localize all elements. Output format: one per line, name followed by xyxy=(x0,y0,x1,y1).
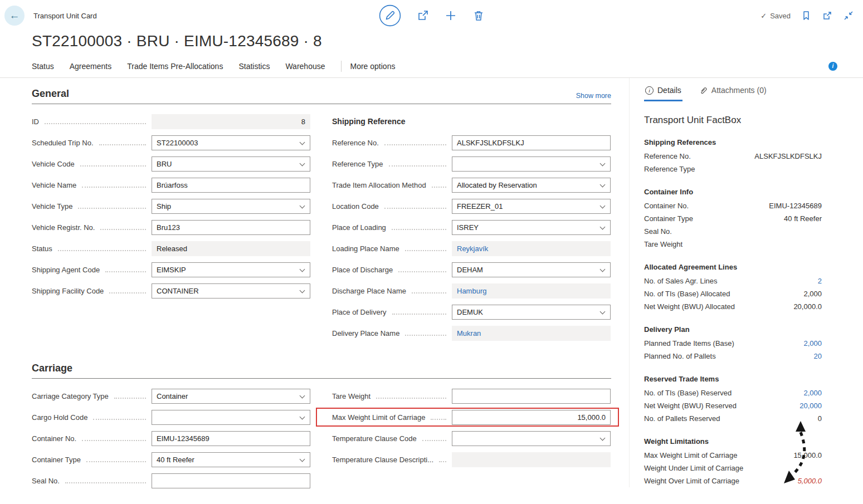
row-label: Planned No. of Pallets xyxy=(644,350,721,363)
vehicle-type-input[interactable] xyxy=(152,199,310,214)
delete-button[interactable] xyxy=(472,9,485,22)
tab-details-label: Details xyxy=(657,86,681,95)
row-value-link[interactable]: 2 xyxy=(818,275,822,287)
paperclip-icon xyxy=(699,86,708,95)
dotted-leader xyxy=(376,394,446,399)
field-label: Carriage Category Type xyxy=(32,392,109,400)
field-status: Status xyxy=(32,238,310,259)
vehicle-registr-no-input[interactable] xyxy=(152,220,310,235)
field-vehicle-name: Vehicle Name xyxy=(32,174,310,195)
vehicle-name-input[interactable] xyxy=(152,178,310,193)
field-place-of-delivery: Place of Delivery xyxy=(332,301,611,322)
back-button[interactable]: ← xyxy=(4,6,25,26)
dotted-leader xyxy=(405,331,446,336)
row-value-link[interactable]: 2,000 xyxy=(803,337,822,350)
row-label: Tare Weight xyxy=(644,238,688,251)
carriage-category-type-input[interactable] xyxy=(152,389,310,404)
dotted-leader xyxy=(398,267,446,272)
menu-item-statistics[interactable]: Statistics xyxy=(238,62,270,71)
vehicle-code-input[interactable] xyxy=(152,156,310,172)
dotted-leader xyxy=(109,288,146,293)
field-label: Temperature Clause Code xyxy=(332,434,417,443)
shipping-facility-code-input[interactable] xyxy=(152,283,310,299)
dotted-leader xyxy=(432,183,446,188)
factbox-group-container-info: Container Info Container No. EIMU-123456… xyxy=(644,186,822,251)
group-header: Delivery Plan xyxy=(644,324,822,335)
scheduled-trip-no-input[interactable] xyxy=(152,135,310,150)
field-label: Discharge Place Name xyxy=(332,287,406,295)
factbox-group-reserved-trade-items: Reserved Trade Items No. of TIs (Base) R… xyxy=(644,373,822,425)
tab-attachments[interactable]: Attachments (0) xyxy=(698,84,768,101)
field-label: Reference No. xyxy=(332,139,379,147)
collapse-button[interactable] xyxy=(843,10,854,21)
container-no-input[interactable] xyxy=(152,431,310,446)
factbox-row: Net Weight (BWU) Allocated 20,000.0 xyxy=(644,300,822,313)
place-of-loading-input[interactable] xyxy=(452,220,611,235)
menu-item-agreements[interactable]: Agreements xyxy=(70,62,111,71)
row-value: 40 ft Reefer xyxy=(784,212,822,225)
factbox-row: No. of Pallets Reserved 0 xyxy=(644,412,822,425)
seal-no-input[interactable] xyxy=(152,473,310,488)
container-type-input[interactable] xyxy=(152,452,310,467)
row-label: Weight Under Limit of Carriage xyxy=(644,462,749,474)
open-in-new-window-button[interactable] xyxy=(822,10,833,21)
field-reference-no: Reference No. xyxy=(332,132,611,153)
field-label: Vehicle Code xyxy=(32,160,75,168)
row-value-link[interactable]: 20 xyxy=(814,350,822,363)
row-value-error: 5,000.0 xyxy=(798,474,822,487)
share-button[interactable] xyxy=(417,9,429,22)
field-label: Location Code xyxy=(332,202,379,211)
field-delivery-place-name: Delivery Place Name xyxy=(332,322,611,344)
factbox-row: Container No. EIMU-12345689 xyxy=(644,199,822,212)
dotted-leader xyxy=(82,183,146,188)
row-value: 15,000.0 xyxy=(793,449,822,462)
reference-no-input[interactable] xyxy=(452,135,611,150)
field-label: Place of Delivery xyxy=(332,308,387,316)
field-location-code: Location Code xyxy=(332,195,611,217)
field-place-of-loading: Place of Loading xyxy=(332,217,611,238)
max-weight-limit-of-carriage-input[interactable] xyxy=(452,410,611,425)
field-label: Max Weight Limit of Carriage xyxy=(332,413,425,422)
trash-icon xyxy=(472,9,485,22)
carriage-section-title: Carriage xyxy=(32,363,72,374)
shipping-agent-code-input[interactable] xyxy=(152,262,310,277)
bookmark-button[interactable] xyxy=(801,10,812,21)
dotted-leader xyxy=(389,162,446,167)
info-icon[interactable]: i xyxy=(828,62,837,71)
trade-item-allocation-method-input[interactable] xyxy=(452,178,611,193)
field-max-weight-limit-of-carriage: Max Weight Limit of Carriage xyxy=(332,407,611,428)
new-button[interactable] xyxy=(445,9,457,22)
page-title: ST22100003 · BRU · EIMU-12345689 · 8 xyxy=(32,32,863,50)
more-options-button[interactable]: More options xyxy=(350,62,396,71)
show-more-link[interactable]: Show more xyxy=(576,92,611,100)
field-container-no: Container No. xyxy=(32,428,310,449)
edit-button[interactable] xyxy=(379,4,401,27)
place-of-delivery-input[interactable] xyxy=(452,305,611,320)
location-code-input[interactable] xyxy=(452,199,611,214)
dotted-leader xyxy=(93,415,146,420)
field-place-of-discharge: Place of Discharge xyxy=(332,259,611,280)
details-info-icon: i xyxy=(645,86,654,95)
row-value: 20,000.0 xyxy=(793,300,822,313)
menu-item-status[interactable]: Status xyxy=(32,62,54,71)
general-section-title: General xyxy=(32,88,69,100)
open-in-new-window-icon xyxy=(822,10,833,21)
cargo-hold-code-input[interactable] xyxy=(152,410,310,425)
menu-item-trade-items-pre-allocations[interactable]: Trade Items Pre-Allocations xyxy=(127,62,223,71)
tab-details[interactable]: i Details xyxy=(644,84,682,101)
field-carriage-category-type: Carriage Category Type xyxy=(32,385,310,407)
field-cargo-hold-code: Cargo Hold Code xyxy=(32,407,310,428)
reference-type-input[interactable] xyxy=(452,156,611,172)
field-scheduled-trip-no: Scheduled Trip No. xyxy=(32,132,310,153)
group-header: Reserved Trade Items xyxy=(644,373,822,385)
place-of-discharge-input[interactable] xyxy=(452,262,611,277)
temperature-clause-code-input[interactable] xyxy=(452,431,611,446)
dotted-leader xyxy=(384,140,446,145)
row-value-link[interactable]: 2,000 xyxy=(803,386,822,399)
row-value-link[interactable]: 20,000 xyxy=(799,399,822,412)
menu-item-warehouse[interactable]: Warehouse xyxy=(285,62,325,71)
field-label: Container No. xyxy=(32,434,76,443)
tare-weight-input[interactable] xyxy=(452,389,611,404)
temperature-clause-description-input xyxy=(452,452,611,467)
plus-icon xyxy=(445,9,457,22)
